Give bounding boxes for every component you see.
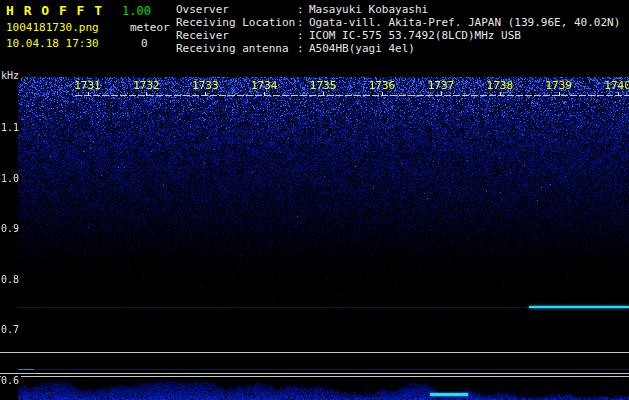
carrier-line [529, 306, 629, 308]
time-axis-line [75, 95, 629, 96]
time-tick-label: 1740 [604, 79, 629, 92]
info-value: A504HB(yagi 4el) [309, 42, 415, 55]
frequency-axis-unit: kHz [1, 70, 21, 81]
info-row-antenna: Receiving antenna:A504HB(yagi 4el) [176, 42, 620, 55]
time-tick-label: 1738 [487, 79, 514, 92]
frequency-tick-label: 0.6 [1, 375, 21, 386]
time-tick-label: 1731 [74, 79, 101, 92]
time-tick-label: 1736 [369, 79, 396, 92]
level-strip-top-line [0, 352, 629, 353]
app-title: H R O F F T [6, 3, 103, 18]
info-label: Receiving antenna [176, 42, 297, 55]
frequency-tick-label: 0.8 [1, 274, 21, 285]
info-separator: : [297, 3, 309, 16]
frequency-tick-label: 0.9 [1, 223, 21, 234]
info-value: Masayuki Kobayashi [309, 3, 428, 16]
meteor-counter-label: meteor [130, 21, 170, 34]
info-row-observer: Ovserver:Masayuki Kobayashi [176, 3, 620, 16]
info-label: Receiving Location [176, 16, 297, 29]
time-tick-mark [88, 92, 89, 96]
info-separator: : [297, 16, 309, 29]
time-tick-mark [441, 92, 442, 96]
info-value: ICOM IC-575 53.7492(8LCD)MHz USB [309, 29, 521, 42]
level-trace [18, 369, 629, 370]
level-strip-bottom-line-2 [0, 376, 629, 377]
time-tick-mark [323, 92, 324, 96]
time-tick-mark [205, 92, 206, 96]
frequency-tick-label: 0.7 [1, 324, 21, 335]
time-tick-mark [500, 92, 501, 96]
spectrogram-canvas [18, 77, 629, 351]
time-tick-label: 1733 [192, 79, 219, 92]
info-separator: : [297, 29, 309, 42]
time-tick-mark [264, 92, 265, 96]
time-tick-label: 1732 [133, 79, 160, 92]
info-row-receiver: Receiver:ICOM IC-575 53.7492(8LCD)MHz US… [176, 29, 620, 42]
info-value: Ogata-vill. Akita-Pref. JAPAN (139.96E, … [309, 16, 620, 29]
level-strip-bottom-line-1 [0, 373, 629, 374]
output-filename: 1004181730.png [6, 21, 99, 34]
hrofft-spectrogram-output: H R O F F T 1.00 1004181730.png meteor 1… [0, 0, 629, 400]
info-label: Receiver [176, 29, 297, 42]
info-row-location: Receiving Location:Ogata-vill. Akita-Pre… [176, 16, 620, 29]
level-trace-mark [18, 369, 34, 370]
app-version: 1.00 [122, 4, 151, 18]
info-separator: : [297, 42, 309, 55]
observation-datetime: 10.04.18 17:30 [6, 37, 99, 50]
time-tick-label: 1734 [251, 79, 278, 92]
info-label: Ovserver [176, 3, 297, 16]
frequency-tick-label: 1.1 [1, 122, 21, 133]
time-tick-mark [559, 92, 560, 96]
time-tick-label: 1735 [310, 79, 337, 92]
time-tick-label: 1739 [545, 79, 572, 92]
time-tick-mark [382, 92, 383, 96]
station-info-block: Ovserver:Masayuki Kobayashi Receiving Lo… [176, 3, 620, 55]
meteor-counter-value: 0 [141, 37, 148, 50]
time-tick-label: 1737 [428, 79, 455, 92]
time-tick-mark [146, 92, 147, 96]
frequency-tick-label: 1.0 [1, 173, 21, 184]
noise-floor-canvas [18, 377, 629, 400]
time-tick-mark [618, 92, 619, 96]
noise-floor-echo-mark [430, 393, 468, 396]
